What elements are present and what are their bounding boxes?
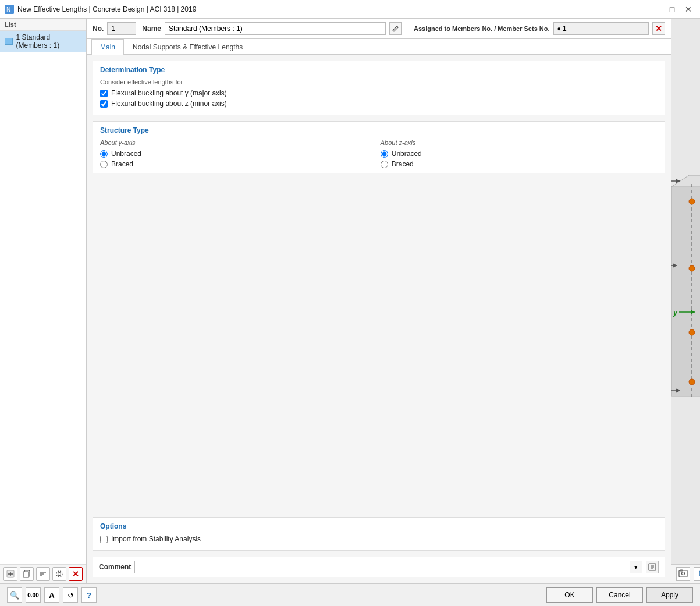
no-field-group: No.	[93, 22, 136, 35]
determination-type-section: Determination Type Consider effective le…	[93, 61, 665, 115]
svg-line-12	[397, 26, 398, 27]
no-input[interactable]	[107, 22, 136, 35]
determination-type-subtitle: Consider effective lengths for	[100, 79, 658, 86]
svg-point-29	[689, 329, 695, 335]
form-content: Determination Type Consider effective le…	[87, 55, 671, 583]
assigned-input[interactable]	[553, 22, 649, 35]
svg-point-49	[681, 572, 684, 575]
import-label: Import from Stability Analysis	[111, 535, 201, 543]
value-action-btn[interactable]: 0.00	[26, 587, 41, 603]
comment-dropdown-btn[interactable]: ▾	[630, 561, 642, 573]
z-unbraced-row: Unbraced	[381, 150, 658, 158]
right-panel: y z ℹ	[671, 19, 700, 583]
comment-label: Comment	[99, 563, 131, 571]
content-area: List 1 Standard (Members : 1)	[0, 19, 700, 583]
svg-point-28	[689, 265, 695, 271]
options-section: Options Import from Stability Analysis	[93, 517, 665, 551]
checkbox-y-label: Flexural buckling about y (major axis)	[111, 89, 227, 97]
structure-type-title: Structure Type	[100, 126, 658, 134]
assigned-clear-button[interactable]: ✕	[652, 22, 665, 35]
list-footer: ✕	[0, 564, 86, 583]
comment-extra-btn[interactable]	[646, 561, 659, 573]
tab-nodal[interactable]: Nodal Supports & Effective Lengths	[124, 39, 251, 55]
y-unbraced-row: Unbraced	[100, 150, 377, 158]
checkbox-row-y: Flexural buckling about y (major axis)	[100, 89, 658, 97]
structure-type-grid: About y-axis Unbraced Braced About	[100, 139, 658, 168]
app-icon: N	[5, 5, 14, 14]
cancel-button[interactable]: Cancel	[596, 587, 643, 603]
search-action-btn[interactable]: 🔍	[7, 587, 22, 603]
z-braced-row: Braced	[381, 160, 658, 168]
y-axis-col: About y-axis Unbraced Braced	[100, 139, 377, 168]
view-info-btn[interactable]: ℹ	[694, 567, 700, 581]
list-panel: List 1 Standard (Members : 1)	[0, 19, 87, 583]
top-bar: No. Name Assigned to Members No. / Membe…	[87, 19, 671, 39]
svg-point-11	[56, 571, 62, 577]
name-field-group: Name	[142, 22, 402, 35]
svg-rect-48	[679, 570, 687, 577]
comment-input[interactable]	[134, 561, 626, 573]
reset-action-btn[interactable]: ↺	[63, 587, 78, 603]
main-container: List 1 Standard (Members : 1)	[0, 19, 700, 606]
action-right: OK Cancel Apply	[546, 587, 693, 603]
checkbox-y-axis[interactable]	[100, 90, 108, 97]
y-braced-radio[interactable]	[100, 161, 108, 168]
name-label: Name	[142, 24, 161, 33]
maximize-button[interactable]: □	[665, 2, 679, 16]
checkbox-z-axis[interactable]	[100, 100, 108, 108]
action-bar: 🔍 0.00 A ↺ ? OK Cancel Apply	[0, 583, 700, 606]
column-3d-svg: y z	[671, 152, 700, 431]
list-settings-btn[interactable]	[52, 567, 66, 581]
svg-point-30	[689, 379, 695, 385]
comment-section: Comment ▾	[93, 557, 665, 577]
text-action-btn[interactable]: A	[44, 587, 59, 603]
y-unbraced-label: Unbraced	[111, 150, 141, 158]
close-button[interactable]: ✕	[681, 2, 695, 16]
z-unbraced-label: Unbraced	[392, 150, 422, 158]
y-braced-label: Braced	[111, 160, 133, 168]
z-axis-col: About z-axis Unbraced Braced	[381, 139, 658, 168]
z-axis-label: About z-axis	[381, 139, 658, 146]
apply-button[interactable]: Apply	[646, 587, 693, 603]
list-item-label: 1 Standard (Members : 1)	[16, 33, 81, 49]
3d-view: y z	[671, 19, 700, 564]
view-screenshot-btn[interactable]	[676, 567, 690, 581]
assigned-section: Assigned to Members No. / Member Sets No…	[414, 22, 665, 35]
ok-button[interactable]: OK	[546, 587, 593, 603]
y-axis-label: About y-axis	[100, 139, 377, 146]
titlebar: N New Effective Lengths | Concrete Desig…	[0, 0, 700, 19]
options-title: Options	[100, 522, 658, 530]
y-unbraced-radio[interactable]	[100, 150, 108, 158]
list-item-icon	[5, 38, 13, 45]
list-add-btn[interactable]	[3, 567, 17, 581]
import-checkbox[interactable]	[100, 536, 108, 543]
list-copy-btn[interactable]	[20, 567, 34, 581]
tabs-bar: Main Nodal Supports & Effective Lengths	[87, 39, 671, 55]
center-panel: No. Name Assigned to Members No. / Membe…	[87, 19, 671, 583]
checkbox-z-label: Flexural buckling about z (minor axis)	[111, 100, 227, 108]
svg-marker-17	[671, 187, 700, 396]
svg-text:N: N	[6, 6, 10, 13]
minimize-button[interactable]: —	[649, 2, 663, 16]
window-title: New Effective Lengths | Concrete Design …	[17, 5, 645, 13]
list-header: List	[0, 19, 86, 31]
checkbox-row-z: Flexural buckling about z (minor axis)	[100, 100, 658, 108]
form-spacer	[93, 179, 665, 511]
structure-type-section: Structure Type About y-axis Unbraced Bra…	[93, 121, 665, 173]
name-input[interactable]	[165, 22, 386, 35]
tab-main[interactable]: Main	[91, 39, 124, 55]
action-left: 🔍 0.00 A ↺ ?	[7, 587, 97, 603]
list-delete-btn[interactable]: ✕	[69, 567, 83, 581]
import-checkbox-row: Import from Stability Analysis	[100, 535, 658, 543]
right-panel-footer: ℹ	[671, 564, 700, 583]
svg-point-10	[58, 573, 61, 576]
z-braced-label: Braced	[392, 160, 414, 168]
name-edit-button[interactable]	[389, 22, 402, 35]
determination-type-title: Determination Type	[100, 66, 658, 74]
list-sort-btn[interactable]	[36, 567, 50, 581]
help-action-btn[interactable]: ?	[81, 587, 97, 603]
z-braced-radio[interactable]	[381, 161, 388, 168]
no-label: No.	[93, 24, 104, 33]
list-item[interactable]: 1 Standard (Members : 1)	[0, 31, 86, 52]
z-unbraced-radio[interactable]	[381, 150, 388, 158]
